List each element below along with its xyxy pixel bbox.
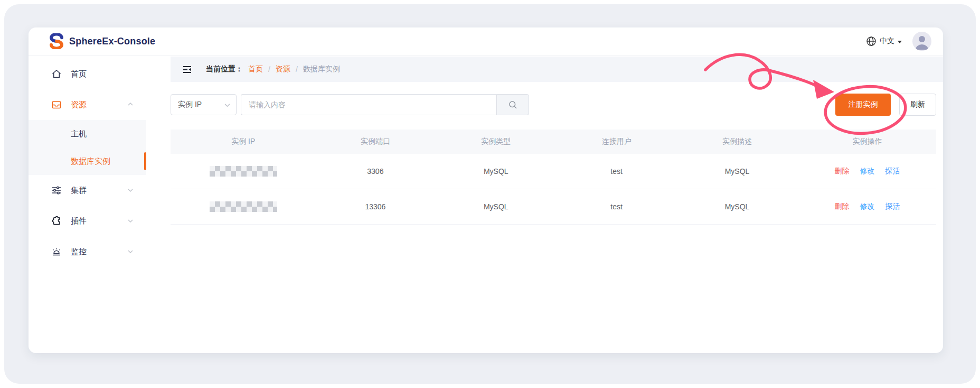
col-instance-type: 实例类型: [435, 137, 557, 146]
cell-instance-port: 3306: [316, 167, 435, 175]
sidebar-item-plugin[interactable]: 插件: [29, 206, 146, 236]
spherex-logo-icon: [49, 33, 64, 49]
main-content: 当前位置： 首页 / 资源 / 数据库实例 实例 IP: [146, 56, 943, 353]
user-avatar[interactable]: [912, 32, 931, 51]
cell-connect-user: test: [557, 202, 676, 211]
chevron-down-icon: [127, 247, 134, 256]
language-selector[interactable]: 中文: [866, 36, 902, 47]
caret-down-icon: [898, 41, 902, 43]
plugin-icon: [51, 216, 62, 226]
table-header-row: 实例 IP 实例端口 实例类型 连接用户 实例描述 实例操作: [171, 130, 936, 154]
sidebar-item-db-instance[interactable]: 数据库实例: [29, 147, 146, 175]
sidebar-item-label: 集群: [71, 186, 87, 196]
cell-actions: 删除 修改 探活: [798, 202, 936, 211]
app-window: SphereEx-Console 中文: [29, 27, 943, 353]
brand-name: SphereEx-Console: [69, 36, 155, 47]
breadcrumb-separator: /: [296, 65, 298, 73]
col-instance-actions: 实例操作: [798, 137, 936, 146]
sidebar-item-monitor[interactable]: 监控: [29, 236, 146, 267]
probe-link[interactable]: 探活: [885, 167, 900, 175]
sidebar-item-home[interactable]: 首页: [29, 59, 146, 89]
cell-instance-desc: MySQL: [676, 167, 798, 175]
edit-link[interactable]: 修改: [860, 202, 875, 210]
active-indicator-bar: [144, 152, 146, 170]
sidebar-item-label: 资源: [71, 100, 87, 110]
cell-instance-type: MySQL: [435, 202, 557, 211]
globe-icon: [866, 36, 877, 47]
top-header-bar: SphereEx-Console 中文: [29, 27, 943, 56]
breadcrumb-current: 数据库实例: [303, 64, 340, 74]
home-icon: [51, 69, 62, 79]
breadcrumb-resources[interactable]: 资源: [276, 64, 290, 74]
cell-instance-type: MySQL: [435, 167, 557, 175]
filter-field-select[interactable]: 实例 IP: [171, 94, 237, 115]
chevron-down-icon: [127, 217, 134, 226]
breadcrumb-home[interactable]: 首页: [248, 64, 263, 74]
filter-field-value: 实例 IP: [178, 100, 224, 109]
redacted-ip-mosaic: [210, 166, 277, 177]
table-row: 3306 MySQL test MySQL 删除 修改 探活: [171, 154, 936, 189]
monitor-alarm-icon: [51, 246, 62, 257]
sidebar-item-label: 监控: [71, 247, 87, 257]
sidebar-item-host[interactable]: 主机: [29, 120, 146, 147]
search-button[interactable]: [496, 94, 529, 115]
edit-link[interactable]: 修改: [860, 167, 875, 175]
chevron-down-icon: [127, 186, 134, 195]
instance-table: 实例 IP 实例端口 实例类型 连接用户 实例描述 实例操作 3306 MySQ…: [171, 130, 936, 225]
breadcrumb-bar: 当前位置： 首页 / 资源 / 数据库实例: [171, 57, 943, 82]
sidebar-item-label: 首页: [71, 69, 87, 79]
col-instance-desc: 实例描述: [676, 137, 798, 146]
redacted-ip-mosaic: [210, 201, 277, 212]
resources-submenu: 主机 数据库实例: [29, 120, 146, 175]
chevron-down-icon: [224, 101, 231, 108]
col-instance-ip: 实例 IP: [171, 137, 316, 146]
cluster-icon: [51, 185, 62, 196]
sidebar: 首页 资源 主机: [29, 56, 146, 353]
sidebar-item-label: 数据库实例: [71, 156, 110, 167]
toolbar: 实例 IP: [171, 94, 943, 116]
probe-link[interactable]: 探活: [885, 202, 900, 210]
language-label: 中文: [880, 36, 894, 46]
breadcrumb-separator: /: [268, 65, 270, 73]
sidebar-item-label: 主机: [71, 129, 87, 139]
chevron-up-icon: [127, 100, 134, 109]
refresh-button[interactable]: 刷新: [899, 94, 936, 116]
brand: SphereEx-Console: [49, 33, 155, 49]
cell-instance-port: 13306: [316, 202, 435, 211]
menu-fold-icon[interactable]: [182, 64, 192, 75]
cell-connect-user: test: [557, 167, 676, 175]
sidebar-item-cluster[interactable]: 集群: [29, 175, 146, 206]
delete-link[interactable]: 删除: [835, 167, 850, 175]
breadcrumb-prefix: 当前位置：: [206, 64, 243, 74]
cell-actions: 删除 修改 探活: [798, 167, 936, 176]
cell-instance-desc: MySQL: [676, 202, 798, 211]
search-input[interactable]: [241, 94, 496, 115]
sidebar-item-resources[interactable]: 资源: [29, 89, 146, 120]
col-connect-user: 连接用户: [557, 137, 676, 146]
register-instance-button[interactable]: 注册实例: [835, 94, 891, 116]
table-row: 13306 MySQL test MySQL 删除 修改 探活: [171, 189, 936, 225]
cell-instance-ip: [171, 166, 316, 177]
delete-link[interactable]: 删除: [835, 202, 850, 210]
sidebar-item-label: 插件: [71, 216, 87, 226]
col-instance-port: 实例端口: [316, 137, 435, 146]
resource-icon: [51, 99, 62, 110]
cell-instance-ip: [171, 201, 316, 212]
search-icon: [508, 100, 517, 109]
